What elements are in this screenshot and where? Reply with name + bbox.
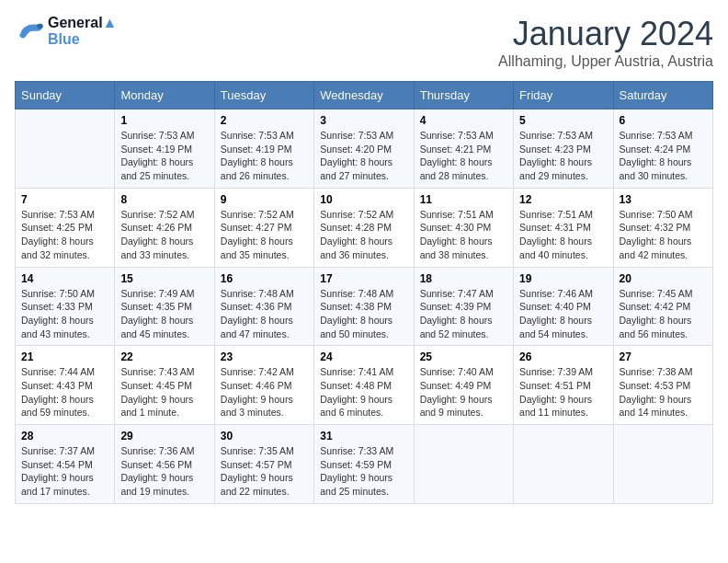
logo-text: General▲ Blue — [48, 15, 117, 47]
calendar-cell: 17Sunrise: 7:48 AM Sunset: 4:38 PM Dayli… — [314, 267, 414, 346]
day-number: 2 — [221, 114, 308, 127]
logo: General▲ Blue — [15, 15, 117, 47]
calendar-cell: 2Sunrise: 7:53 AM Sunset: 4:19 PM Daylig… — [214, 109, 313, 189]
cell-info: Sunrise: 7:36 AM Sunset: 4:56 PM Dayligh… — [120, 444, 208, 499]
calendar-cell: 26Sunrise: 7:39 AM Sunset: 4:51 PM Dayli… — [514, 346, 613, 425]
calendar-cell: 14Sunrise: 7:50 AM Sunset: 4:33 PM Dayli… — [16, 267, 115, 346]
calendar-cell — [514, 425, 613, 504]
cell-info: Sunrise: 7:52 AM Sunset: 4:27 PM Dayligh… — [221, 208, 308, 262]
day-number: 11 — [420, 193, 507, 206]
cell-info: Sunrise: 7:50 AM Sunset: 4:32 PM Dayligh… — [620, 208, 707, 262]
day-number: 16 — [221, 272, 308, 285]
calendar-cell: 10Sunrise: 7:52 AM Sunset: 4:28 PM Dayli… — [314, 188, 414, 267]
cell-info: Sunrise: 7:40 AM Sunset: 4:49 PM Dayligh… — [420, 365, 507, 419]
calendar-cell: 12Sunrise: 7:51 AM Sunset: 4:31 PM Dayli… — [514, 188, 613, 267]
calendar-cell: 28Sunrise: 7:37 AM Sunset: 4:54 PM Dayli… — [16, 425, 115, 504]
cell-info: Sunrise: 7:33 AM Sunset: 4:59 PM Dayligh… — [320, 444, 407, 499]
weekday-header-sunday: Sunday — [16, 82, 115, 109]
day-number: 18 — [420, 272, 507, 285]
cell-info: Sunrise: 7:35 AM Sunset: 4:57 PM Dayligh… — [221, 444, 308, 499]
cell-info: Sunrise: 7:46 AM Sunset: 4:40 PM Dayligh… — [519, 287, 607, 341]
calendar-cell: 3Sunrise: 7:53 AM Sunset: 4:20 PM Daylig… — [314, 109, 414, 189]
page-header: General▲ Blue January 2024 Allhaming, Up… — [15, 15, 713, 70]
weekday-header-tuesday: Tuesday — [214, 82, 313, 109]
day-number: 30 — [221, 430, 308, 442]
calendar-cell: 9Sunrise: 7:52 AM Sunset: 4:27 PM Daylig… — [214, 188, 313, 267]
cell-info: Sunrise: 7:52 AM Sunset: 4:28 PM Dayligh… — [320, 208, 407, 262]
cell-info: Sunrise: 7:47 AM Sunset: 4:39 PM Dayligh… — [420, 287, 507, 341]
calendar-week-3: 14Sunrise: 7:50 AM Sunset: 4:33 PM Dayli… — [16, 267, 713, 346]
cell-info: Sunrise: 7:42 AM Sunset: 4:46 PM Dayligh… — [221, 365, 308, 419]
calendar-cell: 21Sunrise: 7:44 AM Sunset: 4:43 PM Dayli… — [16, 346, 115, 425]
cell-info: Sunrise: 7:48 AM Sunset: 4:36 PM Dayligh… — [221, 287, 308, 341]
cell-info: Sunrise: 7:53 AM Sunset: 4:20 PM Dayligh… — [320, 129, 407, 183]
cell-info: Sunrise: 7:51 AM Sunset: 4:30 PM Dayligh… — [420, 208, 507, 262]
day-number: 15 — [120, 272, 208, 285]
day-number: 5 — [519, 114, 607, 127]
cell-info: Sunrise: 7:50 AM Sunset: 4:33 PM Dayligh… — [21, 287, 108, 341]
cell-info: Sunrise: 7:41 AM Sunset: 4:48 PM Dayligh… — [320, 365, 407, 419]
day-number: 19 — [519, 272, 607, 285]
day-number: 7 — [21, 193, 108, 206]
day-number: 23 — [221, 350, 308, 363]
day-number: 8 — [120, 193, 208, 206]
cell-info: Sunrise: 7:53 AM Sunset: 4:21 PM Dayligh… — [420, 129, 507, 183]
day-number: 27 — [620, 350, 707, 363]
day-number: 12 — [519, 193, 607, 206]
cell-info: Sunrise: 7:52 AM Sunset: 4:26 PM Dayligh… — [120, 208, 208, 262]
cell-info: Sunrise: 7:51 AM Sunset: 4:31 PM Dayligh… — [519, 208, 607, 262]
logo-bird-icon — [15, 18, 44, 44]
calendar-cell: 24Sunrise: 7:41 AM Sunset: 4:48 PM Dayli… — [314, 346, 414, 425]
calendar-cell: 5Sunrise: 7:53 AM Sunset: 4:23 PM Daylig… — [514, 109, 613, 189]
day-number: 9 — [221, 193, 308, 206]
day-number: 31 — [320, 430, 407, 442]
cell-info: Sunrise: 7:44 AM Sunset: 4:43 PM Dayligh… — [21, 365, 108, 419]
day-number: 1 — [120, 114, 208, 127]
calendar-cell: 30Sunrise: 7:35 AM Sunset: 4:57 PM Dayli… — [214, 425, 313, 504]
title-block: January 2024 Allhaming, Upper Austria, A… — [498, 15, 713, 70]
day-number: 3 — [320, 114, 407, 127]
weekday-header-friday: Friday — [514, 82, 613, 109]
cell-info: Sunrise: 7:48 AM Sunset: 4:38 PM Dayligh… — [320, 287, 407, 341]
calendar-cell: 29Sunrise: 7:36 AM Sunset: 4:56 PM Dayli… — [115, 425, 214, 504]
day-number: 6 — [620, 114, 707, 127]
day-number: 4 — [420, 114, 507, 127]
calendar-cell: 15Sunrise: 7:49 AM Sunset: 4:35 PM Dayli… — [115, 267, 214, 346]
cell-info: Sunrise: 7:37 AM Sunset: 4:54 PM Dayligh… — [21, 444, 108, 499]
calendar-cell: 25Sunrise: 7:40 AM Sunset: 4:49 PM Dayli… — [414, 346, 513, 425]
calendar-cell: 19Sunrise: 7:46 AM Sunset: 4:40 PM Dayli… — [514, 267, 613, 346]
day-number: 22 — [120, 350, 208, 363]
day-number: 28 — [21, 430, 108, 442]
day-number: 14 — [21, 272, 108, 285]
cell-info: Sunrise: 7:53 AM Sunset: 4:19 PM Dayligh… — [221, 129, 308, 183]
day-number: 25 — [420, 350, 507, 363]
weekday-header-saturday: Saturday — [613, 82, 712, 109]
calendar-table: SundayMondayTuesdayWednesdayThursdayFrid… — [15, 81, 713, 504]
day-number: 20 — [620, 272, 707, 285]
calendar-cell: 1Sunrise: 7:53 AM Sunset: 4:19 PM Daylig… — [115, 109, 214, 189]
calendar-cell: 23Sunrise: 7:42 AM Sunset: 4:46 PM Dayli… — [214, 346, 313, 425]
calendar-cell — [414, 425, 513, 504]
cell-info: Sunrise: 7:53 AM Sunset: 4:19 PM Dayligh… — [120, 129, 208, 183]
calendar-cell: 6Sunrise: 7:53 AM Sunset: 4:24 PM Daylig… — [613, 109, 712, 189]
day-number: 17 — [320, 272, 407, 285]
cell-info: Sunrise: 7:53 AM Sunset: 4:24 PM Dayligh… — [620, 129, 707, 183]
day-number: 21 — [21, 350, 108, 363]
day-number: 24 — [320, 350, 407, 363]
cell-info: Sunrise: 7:38 AM Sunset: 4:53 PM Dayligh… — [620, 365, 707, 419]
calendar-cell: 22Sunrise: 7:43 AM Sunset: 4:45 PM Dayli… — [115, 346, 214, 425]
calendar-cell: 20Sunrise: 7:45 AM Sunset: 4:42 PM Dayli… — [613, 267, 712, 346]
cell-info: Sunrise: 7:49 AM Sunset: 4:35 PM Dayligh… — [120, 287, 208, 341]
day-number: 13 — [620, 193, 707, 206]
calendar-cell: 8Sunrise: 7:52 AM Sunset: 4:26 PM Daylig… — [115, 188, 214, 267]
day-number: 26 — [519, 350, 607, 363]
calendar-cell — [613, 425, 712, 504]
weekday-header-row: SundayMondayTuesdayWednesdayThursdayFrid… — [16, 82, 713, 109]
calendar-cell: 7Sunrise: 7:53 AM Sunset: 4:25 PM Daylig… — [16, 188, 115, 267]
calendar-cell: 13Sunrise: 7:50 AM Sunset: 4:32 PM Dayli… — [613, 188, 712, 267]
calendar-cell: 11Sunrise: 7:51 AM Sunset: 4:30 PM Dayli… — [414, 188, 513, 267]
weekday-header-monday: Monday — [115, 82, 214, 109]
calendar-cell: 16Sunrise: 7:48 AM Sunset: 4:36 PM Dayli… — [214, 267, 313, 346]
day-number: 10 — [320, 193, 407, 206]
calendar-cell: 18Sunrise: 7:47 AM Sunset: 4:39 PM Dayli… — [414, 267, 513, 346]
